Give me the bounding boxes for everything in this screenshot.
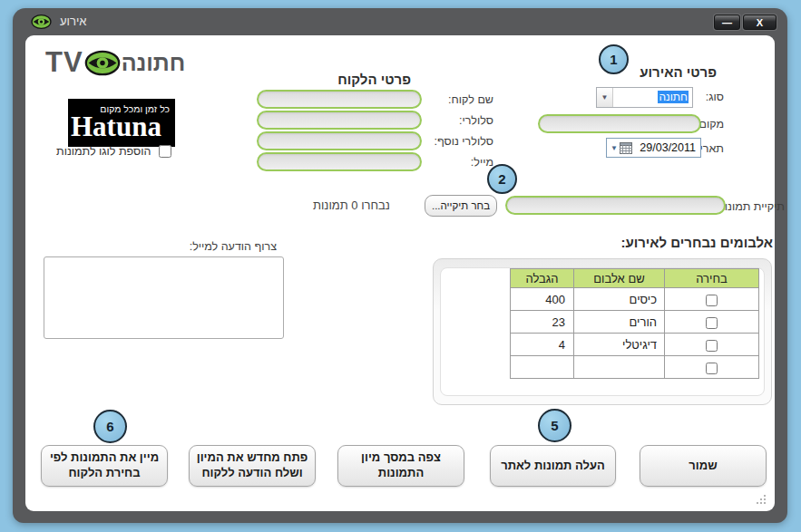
- album-select-checkbox[interactable]: [706, 317, 718, 329]
- customer-name-input[interactable]: [257, 90, 422, 109]
- customer-mobile-extra-label: סלולרי נוסף:: [425, 135, 493, 148]
- logo-tv-text: TV: [45, 46, 83, 79]
- titlebar[interactable]: אירוע — X: [13, 8, 787, 35]
- event-type-selected-value: חתונה: [658, 91, 689, 103]
- minimize-button[interactable]: —: [714, 15, 740, 30]
- brand-banner: כל זמן ומכל מקום Hatuna: [68, 99, 175, 147]
- album-select-cell: [665, 356, 759, 379]
- customer-mobile-label: סלולרי:: [425, 114, 493, 127]
- albums-header-row: הגבלה שם אלבום בחירה: [511, 269, 759, 288]
- event-date-picker[interactable]: ▼ 29/03/2011: [606, 138, 701, 158]
- view-sorting-button[interactable]: צפה במסך מיון התמונות: [337, 445, 464, 487]
- step-badge-5: 5: [538, 409, 571, 442]
- customer-mobile-input[interactable]: [257, 111, 422, 130]
- album-row: 4 דיגיטלי: [511, 334, 759, 356]
- albums-table: הגבלה שם אלבום בחירה 400 כיסים 23 הורים …: [510, 268, 759, 379]
- album-select-checkbox[interactable]: [706, 295, 718, 306]
- email-message-label: צרוף הודעה למייל:: [122, 240, 277, 253]
- album-select-checkbox[interactable]: [706, 340, 718, 352]
- album-select-checkbox[interactable]: [706, 363, 718, 374]
- app-eye-icon: [31, 14, 52, 30]
- album-row: [511, 356, 759, 379]
- customer-email-label: מייל:: [425, 156, 493, 169]
- album-row: 23 הורים: [511, 311, 759, 334]
- event-place-input[interactable]: [538, 114, 701, 133]
- email-message-textarea[interactable]: [44, 256, 284, 339]
- album-name-cell: דיגיטלי: [574, 334, 665, 356]
- album-row: 400 כיסים: [511, 288, 759, 311]
- calendar-dropdown-icon[interactable]: ▼: [607, 144, 620, 152]
- album-limit-cell: 23: [511, 311, 574, 334]
- logo-hebrew-text: חתונה: [122, 50, 186, 76]
- content-area: TV חתונה כל זמן ומכל מקום Hatuna הוספת ל…: [25, 35, 775, 511]
- selected-photos-count: נבחרו 0 תמונות: [313, 198, 390, 212]
- album-name-cell: הורים: [574, 311, 665, 334]
- app-window: אירוע — X TV חתונה כל זמן ומכל מקום Hatu…: [13, 8, 787, 523]
- customer-mobile-extra-input[interactable]: [257, 131, 422, 150]
- calendar-icon: [620, 142, 632, 154]
- close-button[interactable]: X: [743, 15, 777, 30]
- logo-eye-icon: [84, 49, 121, 77]
- customer-name-label: שם לקוח:: [425, 93, 493, 106]
- photos-folder-input[interactable]: [505, 196, 726, 215]
- choose-folder-button[interactable]: בחר תיקייה...: [425, 195, 497, 217]
- album-limit-cell: 4: [511, 334, 574, 356]
- album-select-cell: [665, 288, 759, 311]
- save-button[interactable]: שמור: [640, 445, 767, 487]
- customer-details-heading: פרטי הלקוח: [288, 72, 411, 87]
- album-name-cell: [574, 356, 665, 379]
- event-date-value: 29/03/2011: [632, 141, 700, 154]
- resize-grip[interactable]: [755, 493, 766, 504]
- column-album-name: שם אלבום: [574, 269, 665, 288]
- column-limit: הגבלה: [511, 269, 574, 288]
- add-logo-row: הוספת לוגו לתמונות: [56, 145, 171, 158]
- album-name-cell: כיסים: [574, 288, 665, 311]
- upload-photos-button[interactable]: העלה תמונות לאתר: [490, 445, 616, 487]
- dropdown-arrow-icon[interactable]: ▼: [597, 88, 613, 107]
- album-select-cell: [665, 334, 759, 356]
- event-details-heading: פרטי האירוע: [533, 64, 717, 80]
- banner-brand-text: Hatuna: [68, 114, 175, 139]
- column-select: בחירה: [665, 269, 759, 288]
- window-title: אירוע: [60, 15, 86, 28]
- album-limit-cell: 400: [511, 288, 574, 311]
- step-badge-6: 6: [93, 410, 127, 443]
- reopen-sorting-button[interactable]: פתח מחדש את המיון ושלח הודעה ללקוח: [189, 445, 316, 487]
- album-select-cell: [665, 311, 759, 334]
- customer-email-input[interactable]: [257, 152, 422, 171]
- add-logo-label: הוספת לוגו לתמונות: [56, 145, 151, 158]
- brand-logo: TV חתונה: [45, 46, 185, 79]
- add-logo-checkbox[interactable]: [159, 145, 171, 158]
- sort-by-selection-button[interactable]: מיין את התמונות לפי בחירת הלקוח: [41, 445, 168, 487]
- event-type-combobox[interactable]: ▼ חתונה: [596, 87, 693, 108]
- album-limit-cell: [511, 356, 574, 379]
- albums-heading: אלבומים נבחרים לאירוע:: [591, 235, 773, 250]
